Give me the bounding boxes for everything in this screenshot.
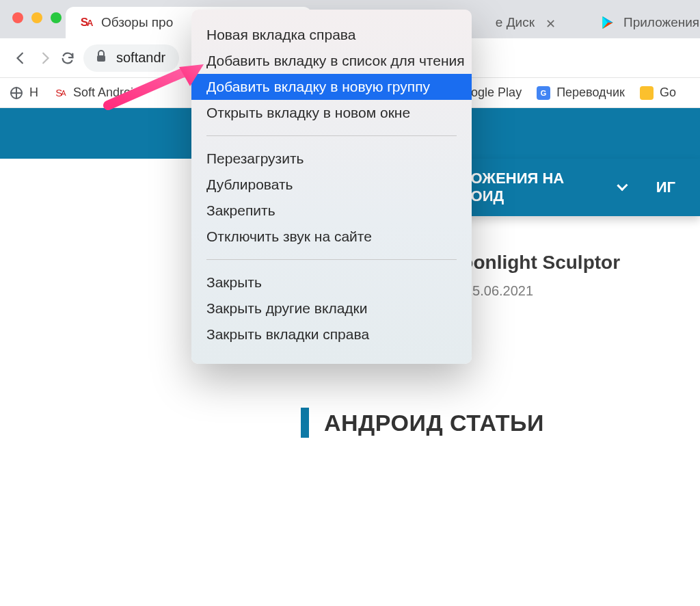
- bookmark-google-play[interactable]: ogle Play: [471, 85, 522, 100]
- nav-item-games[interactable]: ИГ: [656, 159, 675, 215]
- bookmark-h[interactable]: H: [10, 85, 38, 100]
- tab-title: Обзоры про: [101, 15, 173, 30]
- chevron-down-icon: [617, 180, 628, 191]
- bookmark-translator[interactable]: G Переводчик: [537, 85, 625, 100]
- maximize-window-button[interactable]: [51, 12, 62, 23]
- tab-inactive-play[interactable]: Приложения: [588, 7, 700, 38]
- bookmark-soft-android[interactable]: SA Soft Android: [53, 85, 140, 100]
- nav-forward-button[interactable]: [33, 47, 56, 70]
- context-menu-item[interactable]: Добавить вкладку в новую группу: [191, 74, 472, 100]
- close-window-button[interactable]: [12, 12, 23, 23]
- section-heading: АНДРОИД СТАТЬИ: [301, 408, 544, 438]
- bookmark-label: Переводчик: [556, 85, 625, 100]
- tab-title: е Диск: [496, 15, 535, 30]
- nav-back-button[interactable]: [10, 47, 33, 70]
- context-menu-item[interactable]: Закрыть другие вкладки: [191, 295, 472, 321]
- bookmark-label: Soft Android: [73, 85, 140, 100]
- tab-context-menu: Новая вкладка справаДобавить вкладку в с…: [191, 10, 472, 364]
- context-menu-item[interactable]: Открыть вкладку в новом окне: [191, 100, 472, 126]
- bookmark-label: H: [29, 85, 38, 100]
- context-menu-item[interactable]: Перезагрузить: [191, 146, 472, 172]
- google-play-icon: [602, 16, 614, 29]
- lock-icon: [96, 50, 107, 66]
- window-controls: [12, 12, 62, 23]
- close-tab-icon[interactable]: ✕: [546, 16, 558, 29]
- context-menu-item[interactable]: Закрепить: [191, 198, 472, 224]
- context-menu-item[interactable]: Добавить вкладку в список для чтения: [191, 48, 472, 74]
- context-menu-item[interactable]: Закрыть: [191, 269, 472, 295]
- article-title: Moonlight Sculptor: [446, 252, 620, 274]
- minimize-window-button[interactable]: [31, 12, 42, 23]
- context-menu-item[interactable]: Закрыть вкладки справа: [191, 321, 472, 347]
- svg-rect-0: [97, 55, 105, 62]
- tab-inactive-drive[interactable]: е Диск ✕: [462, 7, 571, 38]
- context-menu-item[interactable]: Новая вкладка справа: [191, 22, 472, 48]
- section-title: АНДРОИД СТАТЬИ: [324, 410, 544, 436]
- article-date: 15.06.2021: [465, 283, 533, 299]
- address-bar[interactable]: softandr: [83, 44, 179, 72]
- context-menu-item[interactable]: Отключить звук на сайте: [191, 224, 472, 250]
- tab-title: Приложения: [623, 15, 699, 30]
- address-text: softandr: [116, 50, 165, 66]
- nav-reload-button[interactable]: [56, 47, 79, 70]
- favicon-sa-icon: SA: [79, 16, 93, 29]
- accent-bar: [301, 408, 309, 438]
- globe-icon: [10, 86, 23, 100]
- google-translate-icon: G: [537, 86, 550, 100]
- app-icon: [640, 86, 654, 100]
- favicon-sa-icon: SA: [53, 86, 67, 100]
- bookmark-label: Go: [660, 85, 676, 100]
- context-menu-item[interactable]: Дублировать: [191, 172, 472, 198]
- bookmark-label: ogle Play: [471, 85, 522, 100]
- nav-label: ИГ: [656, 179, 675, 196]
- bookmark-go[interactable]: Go: [640, 85, 676, 100]
- article-meta: 15.06.2021: [446, 283, 620, 299]
